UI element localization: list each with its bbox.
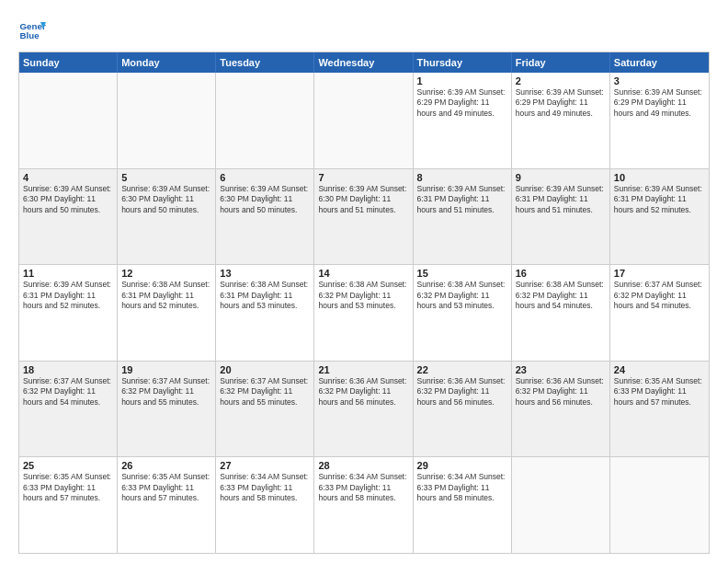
day-number: 10	[614, 172, 705, 183]
cell-info: Sunrise: 6:37 AM Sunset: 6:32 PM Dayligh…	[23, 376, 113, 408]
cell-info: Sunrise: 6:34 AM Sunset: 6:33 PM Dayligh…	[220, 472, 310, 503]
calendar-cell: 4Sunrise: 6:39 AM Sunset: 6:30 PM Daylig…	[19, 169, 118, 265]
weekday-header-saturday: Saturday	[610, 52, 709, 73]
day-number: 2	[516, 75, 606, 86]
cell-info: Sunrise: 6:34 AM Sunset: 6:33 PM Dayligh…	[417, 472, 507, 503]
calendar-cell	[216, 73, 314, 168]
day-number: 15	[417, 268, 507, 279]
calendar-cell	[610, 457, 709, 553]
calendar-cell: 24Sunrise: 6:35 AM Sunset: 6:33 PM Dayli…	[610, 362, 709, 457]
calendar-cell: 26Sunrise: 6:35 AM Sunset: 6:33 PM Dayli…	[118, 457, 216, 553]
calendar-row-0: 1Sunrise: 6:39 AM Sunset: 6:29 PM Daylig…	[19, 73, 709, 168]
cell-info: Sunrise: 6:39 AM Sunset: 6:31 PM Dayligh…	[614, 184, 705, 215]
cell-info: Sunrise: 6:39 AM Sunset: 6:30 PM Dayligh…	[23, 184, 113, 215]
cell-info: Sunrise: 6:36 AM Sunset: 6:32 PM Dayligh…	[516, 376, 606, 408]
calendar-cell: 15Sunrise: 6:38 AM Sunset: 6:32 PM Dayli…	[414, 265, 512, 361]
calendar-cell: 11Sunrise: 6:39 AM Sunset: 6:31 PM Dayli…	[19, 265, 118, 361]
calendar-cell	[19, 73, 118, 168]
calendar-cell	[314, 73, 413, 168]
day-number: 9	[516, 172, 606, 183]
calendar-header: SundayMondayTuesdayWednesdayThursdayFrid…	[19, 52, 709, 73]
calendar-cell: 28Sunrise: 6:34 AM Sunset: 6:33 PM Dayli…	[314, 457, 413, 553]
day-number: 17	[614, 268, 705, 279]
weekday-header-thursday: Thursday	[414, 52, 512, 73]
calendar-cell: 6Sunrise: 6:39 AM Sunset: 6:30 PM Daylig…	[216, 169, 314, 265]
cell-info: Sunrise: 6:39 AM Sunset: 6:29 PM Dayligh…	[516, 87, 606, 119]
cell-info: Sunrise: 6:37 AM Sunset: 6:32 PM Dayligh…	[121, 376, 211, 408]
day-number: 16	[516, 268, 606, 279]
calendar-cell: 1Sunrise: 6:39 AM Sunset: 6:29 PM Daylig…	[414, 73, 512, 168]
calendar: SundayMondayTuesdayWednesdayThursdayFrid…	[18, 52, 710, 554]
weekday-header-monday: Monday	[118, 52, 216, 73]
cell-info: Sunrise: 6:39 AM Sunset: 6:31 PM Dayligh…	[23, 280, 113, 311]
cell-info: Sunrise: 6:34 AM Sunset: 6:33 PM Dayligh…	[318, 472, 408, 503]
cell-info: Sunrise: 6:37 AM Sunset: 6:32 PM Dayligh…	[614, 280, 705, 311]
calendar-cell: 12Sunrise: 6:38 AM Sunset: 6:31 PM Dayli…	[118, 265, 216, 361]
cell-info: Sunrise: 6:36 AM Sunset: 6:32 PM Dayligh…	[318, 376, 408, 408]
day-number: 27	[220, 460, 310, 471]
calendar-cell: 25Sunrise: 6:35 AM Sunset: 6:33 PM Dayli…	[19, 457, 118, 553]
day-number: 6	[220, 172, 310, 183]
day-number: 13	[220, 268, 310, 279]
calendar-cell: 20Sunrise: 6:37 AM Sunset: 6:32 PM Dayli…	[216, 362, 314, 457]
cell-info: Sunrise: 6:38 AM Sunset: 6:32 PM Dayligh…	[318, 280, 408, 311]
calendar-cell: 29Sunrise: 6:34 AM Sunset: 6:33 PM Dayli…	[414, 457, 512, 553]
svg-text:Blue: Blue	[20, 30, 40, 40]
day-number: 23	[516, 364, 606, 375]
calendar-cell: 10Sunrise: 6:39 AM Sunset: 6:31 PM Dayli…	[610, 169, 709, 265]
calendar-cell	[512, 457, 610, 553]
day-number: 12	[121, 268, 211, 279]
calendar-cell: 17Sunrise: 6:37 AM Sunset: 6:32 PM Dayli…	[610, 265, 709, 361]
weekday-header-sunday: Sunday	[19, 52, 118, 73]
calendar-cell: 16Sunrise: 6:38 AM Sunset: 6:32 PM Dayli…	[512, 265, 610, 361]
day-number: 26	[121, 460, 211, 471]
day-number: 18	[23, 364, 113, 375]
calendar-cell	[118, 73, 216, 168]
cell-info: Sunrise: 6:37 AM Sunset: 6:32 PM Dayligh…	[220, 376, 310, 408]
calendar-cell: 14Sunrise: 6:38 AM Sunset: 6:32 PM Dayli…	[314, 265, 413, 361]
logo: General Blue	[18, 17, 48, 44]
calendar-cell: 7Sunrise: 6:39 AM Sunset: 6:30 PM Daylig…	[314, 169, 413, 265]
calendar-row-4: 25Sunrise: 6:35 AM Sunset: 6:33 PM Dayli…	[19, 456, 709, 553]
cell-info: Sunrise: 6:38 AM Sunset: 6:32 PM Dayligh…	[516, 280, 606, 311]
calendar-cell: 18Sunrise: 6:37 AM Sunset: 6:32 PM Dayli…	[19, 362, 118, 457]
cell-info: Sunrise: 6:39 AM Sunset: 6:30 PM Dayligh…	[121, 184, 211, 215]
day-number: 5	[121, 172, 211, 183]
calendar-cell: 21Sunrise: 6:36 AM Sunset: 6:32 PM Dayli…	[314, 362, 413, 457]
day-number: 7	[318, 172, 408, 183]
calendar-cell: 3Sunrise: 6:39 AM Sunset: 6:29 PM Daylig…	[610, 73, 709, 168]
weekday-header-tuesday: Tuesday	[216, 52, 314, 73]
day-number: 3	[614, 75, 705, 86]
day-number: 28	[318, 460, 408, 471]
calendar-cell: 8Sunrise: 6:39 AM Sunset: 6:31 PM Daylig…	[414, 169, 512, 265]
calendar-cell: 13Sunrise: 6:38 AM Sunset: 6:31 PM Dayli…	[216, 265, 314, 361]
cell-info: Sunrise: 6:36 AM Sunset: 6:32 PM Dayligh…	[417, 376, 507, 408]
calendar-cell: 2Sunrise: 6:39 AM Sunset: 6:29 PM Daylig…	[512, 73, 610, 168]
weekday-header-friday: Friday	[512, 52, 610, 73]
day-number: 25	[23, 460, 113, 471]
cell-info: Sunrise: 6:39 AM Sunset: 6:31 PM Dayligh…	[516, 184, 606, 215]
calendar-cell: 23Sunrise: 6:36 AM Sunset: 6:32 PM Dayli…	[512, 362, 610, 457]
weekday-header-wednesday: Wednesday	[314, 52, 413, 73]
header: General Blue	[18, 17, 710, 44]
day-number: 11	[23, 268, 113, 279]
cell-info: Sunrise: 6:39 AM Sunset: 6:31 PM Dayligh…	[417, 184, 507, 215]
cell-info: Sunrise: 6:38 AM Sunset: 6:32 PM Dayligh…	[417, 280, 507, 311]
cell-info: Sunrise: 6:39 AM Sunset: 6:29 PM Dayligh…	[417, 87, 507, 119]
day-number: 8	[417, 172, 507, 183]
cell-info: Sunrise: 6:39 AM Sunset: 6:29 PM Dayligh…	[614, 87, 705, 119]
day-number: 20	[220, 364, 310, 375]
day-number: 14	[318, 268, 408, 279]
logo-icon: General Blue	[18, 17, 46, 44]
page: General Blue SundayMondayTuesdayWednesda…	[0, 0, 728, 563]
day-number: 4	[23, 172, 113, 183]
calendar-row-3: 18Sunrise: 6:37 AM Sunset: 6:32 PM Dayli…	[19, 361, 709, 457]
cell-info: Sunrise: 6:38 AM Sunset: 6:31 PM Dayligh…	[121, 280, 211, 311]
day-number: 24	[614, 364, 705, 375]
cell-info: Sunrise: 6:35 AM Sunset: 6:33 PM Dayligh…	[23, 472, 113, 503]
calendar-row-1: 4Sunrise: 6:39 AM Sunset: 6:30 PM Daylig…	[19, 168, 709, 265]
day-number: 22	[417, 364, 507, 375]
day-number: 1	[417, 75, 507, 86]
calendar-row-2: 11Sunrise: 6:39 AM Sunset: 6:31 PM Dayli…	[19, 264, 709, 361]
calendar-cell: 27Sunrise: 6:34 AM Sunset: 6:33 PM Dayli…	[216, 457, 314, 553]
